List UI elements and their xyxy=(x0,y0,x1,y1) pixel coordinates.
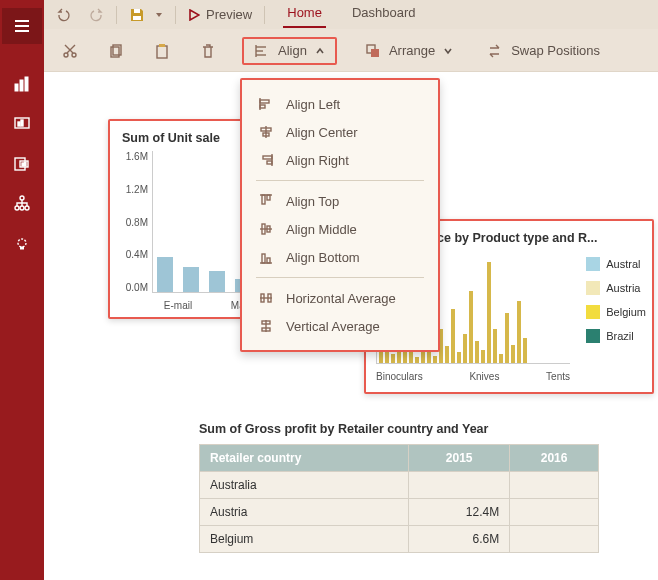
align-left-item[interactable]: Align Left xyxy=(242,90,438,118)
svg-rect-41 xyxy=(267,161,272,164)
menu-icon[interactable] xyxy=(2,8,42,44)
chart2-legend: Austral Austria Belgium Brazil xyxy=(586,257,646,343)
align-dropdown-button[interactable]: Align xyxy=(242,37,337,65)
horizontal-average-item[interactable]: Horizontal Average xyxy=(242,284,438,312)
arrange-label: Arrange xyxy=(389,43,435,58)
arrange-dropdown-button[interactable]: Arrange xyxy=(359,39,459,63)
align-top-item[interactable]: Align Top xyxy=(242,187,438,215)
chevron-down-icon xyxy=(443,46,453,56)
svg-rect-26 xyxy=(159,44,165,47)
copy-button[interactable] xyxy=(104,39,128,63)
svg-rect-8 xyxy=(21,120,23,126)
align-menu: Align Left Align Center Align Right Alig… xyxy=(240,78,440,352)
svg-rect-19 xyxy=(133,16,141,20)
delete-button[interactable] xyxy=(196,39,220,63)
tab-dashboard[interactable]: Dashboard xyxy=(348,1,420,28)
svg-point-13 xyxy=(20,196,24,200)
save-button[interactable] xyxy=(125,5,149,25)
paste-button[interactable] xyxy=(150,39,174,63)
table-row: Belgium6.6M xyxy=(200,526,599,553)
preview-label: Preview xyxy=(206,7,252,22)
table-row: Australia xyxy=(200,472,599,499)
vertical-average-item[interactable]: Vertical Average xyxy=(242,312,438,340)
table-header: 2015 xyxy=(409,445,510,472)
svg-point-17 xyxy=(18,239,26,247)
tab-home[interactable]: Home xyxy=(283,1,326,28)
align-middle-item[interactable]: Align Middle xyxy=(242,215,438,243)
align-right-item[interactable]: Align Right xyxy=(242,146,438,174)
svg-rect-4 xyxy=(20,80,23,91)
table-card-gross-profit[interactable]: Sum of Gross profit by Retailer country … xyxy=(199,422,599,553)
swap-positions-button[interactable]: Swap Positions xyxy=(481,39,606,63)
report-icon[interactable] xyxy=(2,146,42,182)
cut-button[interactable] xyxy=(58,39,82,63)
svg-rect-44 xyxy=(267,195,270,200)
align-bottom-item[interactable]: Align Bottom xyxy=(242,243,438,271)
svg-rect-34 xyxy=(260,100,269,103)
svg-point-14 xyxy=(15,206,19,210)
svg-rect-7 xyxy=(18,122,20,126)
home-toolbar: Align Arrange Swap Positions xyxy=(44,30,658,72)
chevron-up-icon xyxy=(315,46,325,56)
chart2-xaxis: Binoculars Knives Tents xyxy=(376,371,570,382)
table-row: Austria12.4M xyxy=(200,499,599,526)
lightbulb-icon[interactable] xyxy=(2,226,42,262)
svg-point-22 xyxy=(72,53,76,57)
svg-rect-5 xyxy=(25,77,28,91)
svg-rect-32 xyxy=(371,49,379,57)
chart1-yaxis: 1.6M 1.2M 0.8M 0.4M 0.0M xyxy=(116,151,148,293)
table-header: Retailer country xyxy=(200,445,409,472)
swap-label: Swap Positions xyxy=(511,43,600,58)
svg-rect-11 xyxy=(22,163,24,166)
svg-rect-43 xyxy=(262,195,265,204)
left-rail xyxy=(0,0,44,580)
svg-point-21 xyxy=(64,53,68,57)
svg-rect-18 xyxy=(21,247,24,249)
svg-rect-35 xyxy=(260,105,265,108)
save-dropdown-icon[interactable] xyxy=(151,9,167,21)
table-header: 2016 xyxy=(510,445,599,472)
align-label: Align xyxy=(278,43,307,58)
svg-rect-25 xyxy=(157,46,167,58)
undo-button[interactable] xyxy=(52,5,76,25)
align-center-item[interactable]: Align Center xyxy=(242,118,438,146)
svg-rect-3 xyxy=(15,84,18,91)
svg-rect-50 xyxy=(267,258,270,263)
gross-profit-table: Retailer country 2015 2016 Australia Aus… xyxy=(199,444,599,553)
svg-point-15 xyxy=(20,206,24,210)
svg-rect-49 xyxy=(262,254,265,263)
design-canvas[interactable]: Sum of Unit sale 1.6M 1.2M 0.8M 0.4M 0.0… xyxy=(44,72,658,580)
redo-button[interactable] xyxy=(84,5,108,25)
presentation-icon[interactable] xyxy=(2,106,42,142)
svg-rect-20 xyxy=(134,9,140,13)
svg-rect-12 xyxy=(25,162,27,166)
title-bar: Preview Home Dashboard xyxy=(44,0,658,30)
bar-chart-icon[interactable] xyxy=(2,66,42,102)
hierarchy-icon[interactable] xyxy=(2,186,42,222)
preview-button[interactable]: Preview xyxy=(184,5,256,24)
svg-point-16 xyxy=(25,206,29,210)
table-title: Sum of Gross profit by Retailer country … xyxy=(199,422,599,436)
svg-rect-40 xyxy=(263,156,272,159)
